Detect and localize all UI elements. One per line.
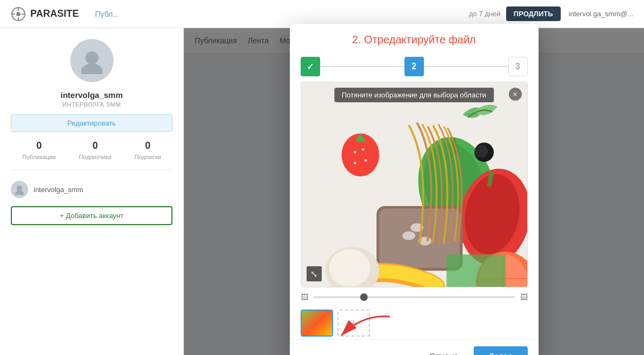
stat-followers: 0 Подписчики (79, 140, 112, 161)
steps: ✓ 2 3 (290, 51, 539, 82)
step-2: 2 (404, 57, 424, 76)
svg-point-19 (402, 232, 415, 240)
food-image (301, 82, 527, 287)
zoom-out-icon: 🖼 (301, 293, 308, 301)
svg-point-26 (364, 159, 367, 162)
slider-thumb[interactable] (360, 293, 368, 301)
account-name: intervolga_smm (34, 186, 83, 194)
edit-profile-button[interactable]: Редактировать (11, 114, 172, 132)
stat-publications-label: Публикации (22, 154, 56, 160)
svg-point-7 (81, 63, 103, 74)
stat-publications-value: 0 (22, 140, 56, 152)
thumbnail-1-image (302, 311, 332, 336)
svg-point-6 (85, 51, 98, 64)
modal-footer: Отмена Далее (290, 339, 539, 355)
svg-point-25 (362, 148, 364, 151)
cancel-button[interactable]: Отмена (421, 346, 467, 355)
logo: PARASITE (11, 6, 79, 22)
stat-following-value: 0 (135, 140, 161, 152)
step-line-1 (320, 66, 404, 67)
modal-overlay: 2. Отредактируйте файл ✓ 2 3 Потяните из… (184, 28, 644, 355)
account-avatar-icon (14, 184, 25, 195)
step-line-2 (424, 66, 508, 67)
avatar-icon (78, 47, 105, 74)
modal-title: 2. Отредактируйте файл (301, 34, 528, 46)
layout: intervolga_smm ИНТЕРВОЛГА SMM Редактиров… (0, 28, 644, 355)
svg-rect-45 (446, 254, 505, 287)
step-1: ✓ (301, 57, 320, 76)
logo-text: PARASITE (30, 8, 79, 19)
svg-point-24 (354, 151, 356, 154)
slider-area: 🖼 🖼 (290, 287, 539, 307)
food-image-svg (301, 82, 527, 287)
account-avatar (11, 181, 28, 198)
stat-followers-value: 0 (79, 140, 112, 152)
svg-point-9 (15, 190, 24, 195)
stat-followers-label: Подписчики (79, 154, 112, 160)
stats: 0 Публикации 0 Подписчики 0 Подписки (11, 140, 172, 170)
image-editor[interactable]: Потяните изображение для выбора области … (301, 82, 528, 287)
avatar-container (11, 39, 172, 82)
thumbnail-1[interactable] (301, 310, 333, 337)
add-account-button[interactable]: + Добавить аккаунт (11, 206, 172, 225)
logo-icon (11, 6, 26, 22)
stat-following-label: Подписки (135, 154, 161, 160)
modal-header: 2. Отредактируйте файл (290, 24, 539, 51)
image-hint: Потяните изображение для выбора области (334, 88, 494, 102)
add-thumbnail-button[interactable]: + (337, 310, 370, 337)
thumbnails: + (290, 307, 539, 339)
step-3: 3 (508, 57, 528, 76)
header-nav-pub[interactable]: Публ... (95, 10, 119, 18)
user-subtitle: ИНТЕРВОЛГА SMM (11, 101, 172, 108)
header-nav: Публ... (95, 10, 469, 18)
zoom-in-icon: 🖼 (520, 293, 528, 301)
account-item: intervolga_smm (11, 181, 172, 198)
close-button[interactable]: × (509, 88, 522, 101)
svg-point-29 (475, 144, 488, 157)
avatar (70, 39, 114, 82)
header-user-email: intervol ga_smm@... (569, 10, 633, 18)
username: intervolga_smm (11, 90, 172, 100)
svg-point-31 (329, 249, 370, 287)
zoom-slider[interactable] (314, 296, 515, 298)
stat-publications: 0 Публикации (22, 140, 56, 161)
svg-point-8 (17, 186, 22, 191)
svg-point-27 (354, 162, 356, 165)
main-content: Публикация Лента Мои Запланированные 0 2… (184, 28, 644, 355)
next-button[interactable]: Далее (474, 346, 528, 355)
svg-point-1 (16, 12, 21, 16)
stat-following: 0 Подписки (135, 140, 161, 161)
sidebar: intervolga_smm ИНТЕРВОЛГА SMM Редактиров… (0, 28, 184, 355)
trial-text: до 7 дней (469, 10, 501, 18)
modal: 2. Отредактируйте файл ✓ 2 3 Потяните из… (290, 24, 539, 355)
extend-button[interactable]: ПРОДЛИТЬ (506, 6, 561, 21)
expand-icon[interactable]: ⤡ (307, 266, 322, 281)
